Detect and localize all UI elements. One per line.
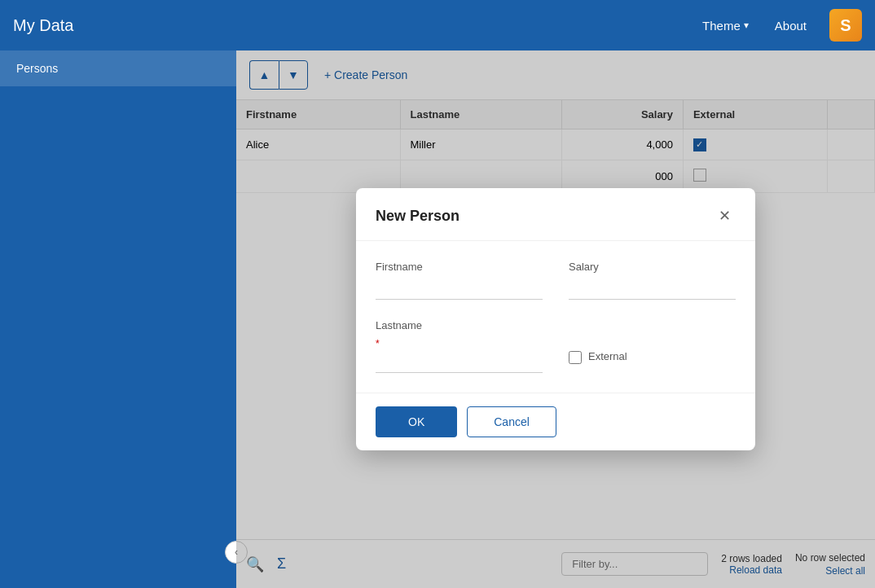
firstname-label: Firstname [376, 261, 543, 273]
main-layout: Persons ▲ ▼ + Create Person Firstname La… [0, 50, 875, 588]
sidebar: Persons [0, 50, 236, 588]
dialog-footer: OK Cancel [356, 393, 755, 450]
about-label: About [775, 19, 807, 33]
cancel-button[interactable]: Cancel [467, 406, 556, 437]
sidebar-item-persons[interactable]: Persons [0, 50, 236, 86]
dialog-title: New Person [376, 208, 459, 225]
lastname-label: Lastname [376, 319, 543, 331]
salary-input[interactable] [569, 279, 736, 300]
app-logo: S [829, 9, 862, 42]
dialog-close-button[interactable]: ✕ [713, 204, 736, 227]
dialog-overlay: New Person ✕ Firstname Salary Lastname [236, 50, 875, 588]
about-menu[interactable]: About [765, 12, 816, 39]
external-group: External [569, 342, 736, 373]
app-title: My Data [13, 16, 693, 35]
header-navigation: Theme ▾ About S [693, 9, 862, 42]
dialog-body: Firstname Salary Lastname * [356, 241, 755, 393]
firstname-input[interactable] [376, 279, 543, 300]
ok-button[interactable]: OK [376, 406, 457, 437]
app-header: My Data Theme ▾ About S [0, 0, 875, 50]
lastname-input[interactable] [376, 353, 543, 373]
firstname-group: Firstname [376, 261, 543, 300]
chevron-down-icon: ▾ [744, 20, 749, 31]
external-checkbox[interactable] [569, 351, 582, 364]
lastname-group: Lastname * [376, 319, 543, 373]
theme-label: Theme [702, 19, 741, 33]
new-person-dialog: New Person ✕ Firstname Salary Lastname [356, 188, 755, 450]
salary-label: Salary [569, 261, 736, 273]
dialog-header: New Person ✕ [356, 188, 755, 241]
salary-group: Salary [569, 261, 736, 300]
theme-menu[interactable]: Theme ▾ [693, 12, 758, 39]
external-label: External [588, 350, 627, 362]
content-area: ▲ ▼ + Create Person Firstname Lastname S… [236, 50, 875, 588]
required-indicator: * [376, 338, 543, 349]
